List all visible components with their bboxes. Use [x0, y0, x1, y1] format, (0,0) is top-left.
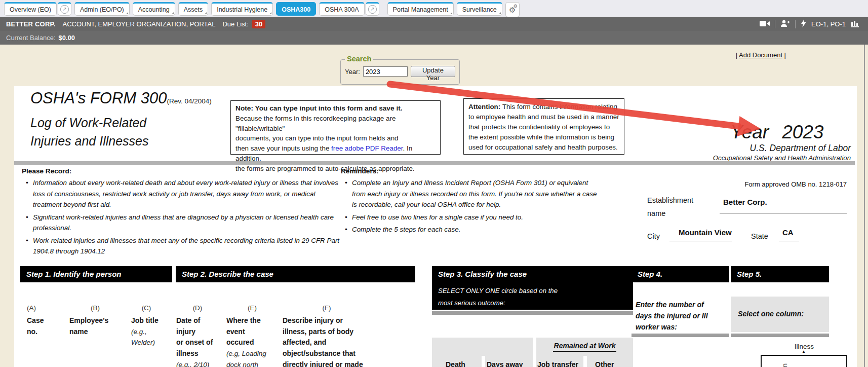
tab-accounting[interactable]: Accounting: [133, 2, 175, 16]
osha-form-page: OSHA's FORM 300(Rev. 04/2004) Log of Wor…: [14, 86, 857, 367]
tab-label: OSHA300: [282, 6, 310, 13]
tab-portal-management[interactable]: Portal Management: [387, 2, 454, 16]
please-record-section: Please Record: Information about every w…: [22, 167, 342, 259]
tab-label: Assets: [184, 6, 203, 13]
step5-instruction-cell: Select one column:: [731, 297, 829, 332]
attention-box: Attention: This form contains informatio…: [463, 98, 624, 155]
tab-label: Surveillance: [462, 6, 497, 13]
state-underline: [779, 241, 799, 241]
tab-label: Overview (EO): [10, 6, 51, 13]
form-subtitle: Log of Work-Related Injuries and Illness…: [30, 114, 148, 150]
search-legend: Search: [345, 55, 373, 63]
column-header-example: (e.g., 2/10): [176, 359, 226, 367]
step4-instruction: Enter the number of days the injured or …: [636, 299, 708, 333]
video-camera-icon[interactable]: [760, 20, 770, 28]
tab-assets[interactable]: Assets: [178, 2, 209, 16]
column-header-line: affected, and: [283, 337, 384, 348]
column-header-describe-injury: Describe injury orillness, parts of body…: [283, 315, 384, 367]
step3-subtitle: SELECT ONLY ONE circle based on the most…: [438, 285, 633, 309]
org-codes-text: EO-1, PO-1: [811, 20, 846, 28]
column-header-line: or onset of: [176, 337, 226, 348]
classify-death-label: Death: [446, 360, 465, 367]
search-fieldset: Search Year: Update Year: [340, 59, 460, 85]
establishment-underline: [720, 213, 847, 213]
form-title: OSHA's FORM 300(Rev. 04/2004): [30, 89, 212, 107]
reminders-heading: Reminders:: [341, 167, 598, 175]
state-value[interactable]: CA: [782, 228, 794, 237]
dropdown-indicator-icon: [269, 12, 271, 14]
tab-label: Admin (EO/PO): [80, 6, 124, 13]
column-letter-b: (B): [85, 304, 105, 312]
column-letter-c: (C): [136, 304, 156, 312]
balance-bar: Current Balance: $0.00: [0, 31, 868, 45]
city-value[interactable]: Mountain View: [679, 228, 732, 237]
remained-at-work-heading: Remained at Work: [536, 342, 633, 350]
update-year-button[interactable]: Update Year: [411, 66, 455, 77]
column-header-example: dock north: [226, 359, 281, 367]
establishment-value[interactable]: Better Corp.: [723, 198, 767, 206]
please-record-bullet: Significant work-related injuries and il…: [25, 212, 342, 234]
tab-admin-eopo[interactable]: Admin (EO/PO): [74, 2, 130, 16]
form-year-value: 2023: [782, 122, 823, 142]
step5-instruction: Select one column:: [738, 310, 804, 318]
step4-divider: [632, 334, 729, 337]
tab-label: OSHA 300A: [325, 6, 359, 13]
step5-divider: [731, 334, 829, 337]
tab-label: Portal Management: [393, 6, 448, 13]
note-heading: Note: You can type input into this form …: [235, 103, 436, 114]
dropdown-indicator-icon: [450, 12, 452, 14]
add-document-link[interactable]: | Add Document |: [736, 51, 786, 59]
step3-divider: [432, 311, 633, 315]
external-link-icon: ↗: [368, 5, 377, 14]
settings-tab-button[interactable]: ⚙ ⚙: [505, 2, 520, 17]
tab-industrial-hygiene[interactable]: Industrial Hygiene: [211, 2, 273, 16]
content-area: | Add Document | Search Year: Update Yea…: [0, 45, 868, 367]
classify-job-transfer-label: Job transfer: [537, 360, 578, 367]
please-record-bullet: Information about every work-related dea…: [25, 177, 342, 210]
pipe: |: [782, 51, 786, 59]
separator: [775, 20, 775, 28]
classify-other-label: Other: [595, 360, 614, 367]
establishment-label: Establishment name: [647, 194, 693, 220]
column-header-line: name: [69, 326, 126, 338]
dept-of-labor-text: U.S. Department of Labor: [750, 143, 851, 154]
tab-osha300-active[interactable]: OSHA300: [276, 2, 316, 16]
account-context: ACCOUNT, EMPLOYER ORGANIZATION, PORTAL: [63, 20, 216, 28]
please-record-heading: Please Record:: [22, 167, 342, 175]
state-label: State: [751, 230, 768, 243]
arrow-up-icon: ▲: [802, 349, 806, 354]
pdf-reader-link[interactable]: free adobe PDF Reader: [331, 144, 403, 152]
main-tab-bar: Overview (EO) ↗ Admin (EO/PO) Accounting…: [0, 0, 868, 17]
due-list-count-badge[interactable]: 30: [252, 20, 265, 28]
column-header-date-of-injury: Date ofinjuryor onset ofillness (e.g., 2…: [176, 315, 226, 367]
column-header-line: event: [226, 326, 281, 338]
step3-header: Step 3. Classify the case SELECT ONLY ON…: [432, 266, 633, 310]
step1-header: Step 1. Identify the person: [20, 266, 172, 282]
column-header-line: object/substance that: [283, 348, 384, 359]
please-record-list: Information about every work-related dea…: [22, 177, 342, 257]
column-header-line: Date of: [176, 315, 226, 326]
tab-osha300a[interactable]: OSHA 300A: [319, 2, 364, 16]
tab-osha300a-external-button[interactable]: ↗: [366, 2, 379, 16]
add-person-icon[interactable]: [780, 20, 790, 29]
dropdown-indicator-icon: [499, 12, 501, 14]
tab-overview-external-button[interactable]: ↗: [58, 2, 71, 16]
column-header-line: Where the: [226, 315, 281, 326]
separator: [795, 20, 796, 28]
tab-surveillance[interactable]: Surveillance: [457, 2, 502, 16]
city-label: City: [647, 230, 660, 243]
lightning-bolt-icon[interactable]: [801, 19, 806, 29]
year-input[interactable]: [363, 66, 408, 77]
tab-label: Industrial Hygiene: [217, 6, 267, 13]
column-header-job-title: Job title (e.g.,Welder): [131, 315, 178, 348]
bar-chart-icon[interactable]: [851, 19, 860, 29]
note-line: Because the forms in this recordkeeping …: [235, 114, 436, 134]
tab-overview-eo[interactable]: Overview (EO): [4, 2, 57, 16]
osha-agency-text: Occupational Safety and Health Administr…: [713, 154, 851, 162]
column-header-example: Welder): [131, 337, 178, 348]
reminders-bullet: Complete an Injury and Illness Incident …: [344, 177, 598, 210]
dropdown-indicator-icon: [172, 12, 174, 14]
reminders-section: Reminders: Complete an Injury and Illnes…: [341, 167, 598, 237]
column-letter-e: (E): [242, 304, 262, 312]
note-line: then save your inputs using the free ado…: [235, 143, 436, 164]
